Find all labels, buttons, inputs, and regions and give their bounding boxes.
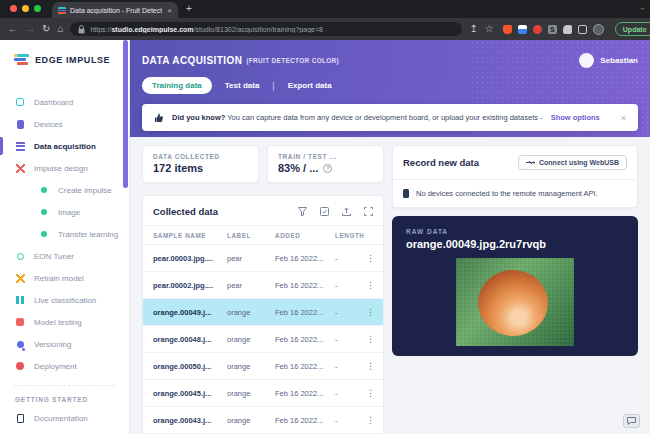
sidebar-item-devices[interactable]: Devices: [0, 113, 129, 135]
window-controls: [10, 5, 41, 12]
sidebar-nav: Dashboard Devices Data acquisition Impul…: [0, 91, 129, 429]
user-name: Sebastian: [600, 56, 638, 65]
extension-icons: S: [503, 24, 604, 35]
table-row[interactable]: orange.00050.j... orange Feb 16 2022... …: [143, 353, 383, 380]
edge-impulse-favicon: [58, 7, 66, 14]
edge-impulse-logo[interactable]: EDGE IMPULSE: [0, 40, 129, 65]
share-icon[interactable]: ↥: [469, 24, 477, 34]
table-row[interactable]: pear.00002.jpg.... pear Feb 16 2022... -…: [143, 272, 383, 299]
dashboard-icon: [15, 97, 25, 107]
raw-data-label: RAW DATA: [406, 228, 624, 235]
sidebar-item-dashboard[interactable]: Dashboard: [0, 91, 129, 113]
blue-extension-icon[interactable]: [518, 25, 527, 34]
data-collected-value: 172 items: [153, 162, 248, 174]
row-menu-icon[interactable]: ⋮: [359, 334, 375, 344]
sidebar-item-transfer-learning[interactable]: Transfer learning: [0, 223, 129, 245]
project-name: (FRUIT DETECTOR COLOR): [246, 57, 339, 64]
tab-close-icon[interactable]: ×: [167, 6, 172, 15]
new-tab-button[interactable]: +: [186, 4, 192, 14]
table-row[interactable]: orange.00043.j... orange Feb 16 2022... …: [143, 407, 383, 434]
user-avatar: [579, 53, 594, 68]
database-icon: [15, 141, 25, 151]
usb-icon: [526, 159, 535, 166]
train-test-split-card: TRAIN / TEST ... 83% / ... ?: [267, 145, 384, 183]
row-menu-icon[interactable]: ⋮: [359, 415, 375, 425]
banner-text: Did you know? You can capture data from …: [172, 113, 543, 122]
s-extension-icon[interactable]: S: [548, 25, 557, 34]
record-new-data-title: Record new data: [403, 157, 479, 168]
sidebar-item-impulse-design[interactable]: Impulse design: [0, 157, 129, 179]
sidebar: EDGE IMPULSE Dashboard Devices Data acqu…: [0, 40, 130, 434]
tab-title: Data acquisition - Fruit Detect: [70, 7, 162, 14]
chat-widget-button[interactable]: [623, 414, 640, 428]
close-window-button[interactable]: [10, 5, 17, 12]
expand-icon[interactable]: [364, 207, 373, 216]
green-dot-icon: [39, 207, 49, 217]
shield-extension-icon[interactable]: [503, 25, 512, 34]
row-menu-icon[interactable]: ⋮: [359, 280, 375, 290]
sidebar-item-model-testing[interactable]: Model testing: [0, 311, 129, 333]
tab-search-chevron-icon[interactable]: ›: [638, 7, 647, 10]
browser-tab[interactable]: Data acquisition - Fruit Detect ×: [52, 2, 178, 18]
table-row[interactable]: orange.00048.j... orange Feb 16 2022... …: [143, 326, 383, 353]
browser-profile-avatar[interactable]: [593, 24, 604, 35]
row-menu-icon[interactable]: ⋮: [359, 361, 375, 371]
table-row-selected[interactable]: orange.00049.j... orange Feb 16 2022... …: [143, 299, 383, 326]
tab-test-data[interactable]: Test data: [225, 81, 260, 90]
user-menu[interactable]: Sebastian: [579, 53, 638, 68]
upload-icon[interactable]: [342, 207, 351, 216]
sidebar-item-retrain-model[interactable]: Retrain model: [0, 267, 129, 289]
side-panel-icon[interactable]: [578, 25, 587, 34]
record-new-data-card: Record new data Connect using WebUSB No …: [392, 145, 638, 208]
minimize-window-button[interactable]: [22, 5, 29, 12]
extensions-puzzle-icon[interactable]: [563, 25, 572, 34]
page-header: DATA ACQUISITION (FRUIT DETECTOR COLOR) …: [130, 40, 650, 137]
red-extension-icon[interactable]: [533, 25, 542, 34]
thumbs-up-icon: [154, 113, 164, 123]
row-menu-icon[interactable]: ⋮: [359, 307, 375, 317]
sidebar-item-create-impulse[interactable]: Create impulse: [0, 179, 129, 201]
sample-image-orange: [456, 258, 574, 346]
device-icon: [403, 189, 409, 198]
filter-icon[interactable]: [298, 207, 307, 216]
browser-update-button[interactable]: Update ⋮: [615, 22, 650, 36]
bookmark-star-icon[interactable]: ☆: [485, 24, 494, 34]
table-row[interactable]: pear.00003.jpg.... pear Feb 16 2022... -…: [143, 245, 383, 272]
raw-data-filename: orange.00049.jpg.2ru7rvqb: [406, 238, 624, 250]
url-text: https://studio.edgeimpulse.com/studio/81…: [90, 26, 323, 33]
sidebar-item-data-acquisition[interactable]: Data acquisition: [0, 135, 129, 157]
edge-impulse-logo-icon: [14, 54, 29, 65]
banner-close-icon[interactable]: ×: [621, 113, 626, 123]
show-options-link[interactable]: Show options: [551, 113, 600, 122]
live-icon: [15, 295, 25, 305]
maximize-window-button[interactable]: [34, 5, 41, 12]
green-dot-icon: [39, 185, 49, 195]
reload-icon[interactable]: ↻: [42, 24, 50, 34]
connect-webusb-button[interactable]: Connect using WebUSB: [518, 155, 627, 170]
address-bar[interactable]: https://studio.edgeimpulse.com/studio/81…: [70, 22, 462, 36]
sidebar-item-deployment[interactable]: Deployment: [0, 355, 129, 377]
lock-icon: [78, 25, 85, 34]
row-menu-icon[interactable]: ⋮: [359, 388, 375, 398]
browser-window: Data acquisition - Fruit Detect × + › ← …: [0, 0, 650, 434]
select-multiple-icon[interactable]: [320, 207, 329, 216]
sidebar-item-documentation[interactable]: Documentation: [0, 407, 129, 429]
getting-started-label: GETTING STARTED: [0, 394, 129, 407]
sidebar-item-live-classification[interactable]: Live classification: [0, 289, 129, 311]
back-icon[interactable]: ←: [8, 24, 18, 34]
row-menu-icon[interactable]: ⋮: [359, 253, 375, 263]
sidebar-item-versioning[interactable]: Versioning: [0, 333, 129, 355]
versioning-icon: [15, 339, 25, 349]
tab-training-data[interactable]: Training data: [142, 77, 212, 94]
train-test-split-label: TRAIN / TEST ...: [278, 153, 373, 160]
sidebar-item-eon-tuner[interactable]: EON Tuner: [0, 245, 129, 267]
deployment-icon: [15, 361, 25, 371]
table-row[interactable]: orange.00045.j... orange Feb 16 2022... …: [143, 380, 383, 407]
home-icon[interactable]: ⌂: [57, 24, 63, 34]
forward-icon[interactable]: →: [25, 24, 35, 34]
orange-fruit: [478, 270, 548, 336]
help-icon[interactable]: ?: [323, 164, 332, 173]
raw-data-card: RAW DATA orange.00049.jpg.2ru7rvqb: [392, 216, 638, 356]
tab-export-data[interactable]: Export data: [288, 81, 332, 90]
sidebar-item-image[interactable]: Image: [0, 201, 129, 223]
